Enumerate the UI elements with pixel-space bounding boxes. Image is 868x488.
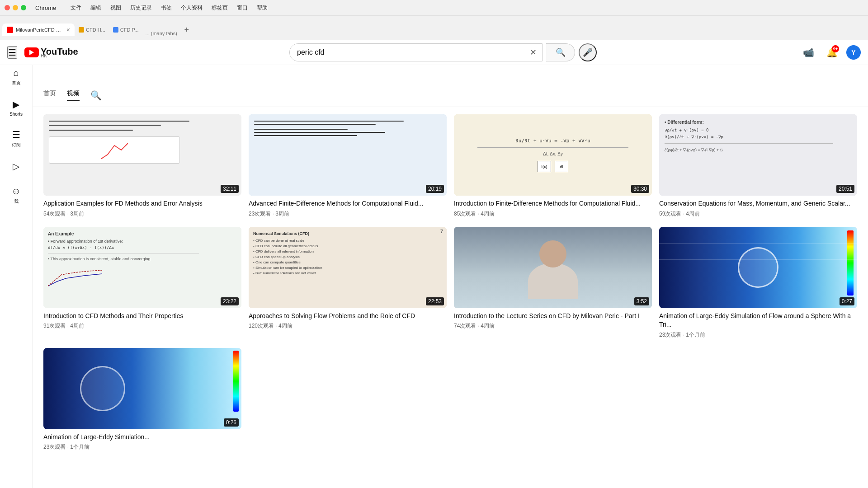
formula-line — [49, 130, 133, 131]
video-info-9: Animation of Large-Eddy Simulation... 23… — [43, 429, 241, 453]
channel-nav-videos[interactable]: 视频 — [67, 89, 80, 101]
empty-card-1 — [249, 348, 447, 453]
video-grid-row2: An Example • Forward approximation of 1s… — [33, 227, 868, 348]
thumbnail-3: ∂u/∂t + u·∇u = -∇p + ν∇²u Δt, Δx, Δy f(x… — [454, 114, 652, 196]
person-head — [539, 240, 566, 267]
channel-search-icon[interactable]: 🔍 — [90, 90, 102, 101]
menu-profiles[interactable]: 个人资料 — [181, 4, 203, 12]
avatar[interactable]: Y — [846, 59, 861, 60]
bullet-1: • CFD can be done at real scale — [253, 239, 304, 243]
search-submit-button[interactable]: 🔍 — [546, 59, 575, 61]
minimize-traffic-light[interactable] — [13, 5, 18, 10]
video-info-6: Approaches to Solving Flow Problems and … — [249, 308, 447, 332]
empty-card-3 — [659, 348, 857, 453]
main-content: 首页 视频 🔍 ••• — [33, 84, 868, 488]
video-meta-1: 54次观看 · 3周前 — [43, 210, 241, 218]
divider — [48, 253, 199, 253]
card-formula: df/dx ≈ (f(x+Δx) - f(x))/Δx — [48, 245, 114, 250]
video-card-6[interactable]: Numerical Simulations (CFD) • CFD can be… — [249, 227, 447, 341]
video-meta-7: 74次观看 · 4周前 — [454, 322, 652, 330]
sidebar-item-shorts[interactable]: ▶ Shorts — [0, 94, 32, 122]
you-icon: ☺ — [11, 186, 20, 197]
menu-bookmarks[interactable]: 书签 — [161, 4, 172, 12]
video-meta-2: 23次观看 · 3周前 — [249, 210, 447, 218]
new-tab-button[interactable]: + — [180, 23, 193, 36]
channel-nav-home[interactable]: 首页 — [43, 89, 56, 101]
video-info-5: Introduction to CFD Methods and Their Pr… — [43, 308, 241, 332]
video-card-2[interactable]: 20:19 Advanced Finite-Difference Methods… — [249, 114, 447, 220]
video-card-5[interactable]: An Example • Forward approximation of 1s… — [43, 227, 241, 341]
browser-title: Chrome — [35, 5, 56, 11]
formula-line — [254, 132, 385, 133]
video-card-9[interactable]: 0:26 Animation of Large-Eddy Simulation.… — [43, 348, 241, 453]
search-clear-button[interactable]: ✕ — [524, 59, 542, 61]
tab-close[interactable]: × — [66, 26, 70, 33]
active-tab[interactable]: MilovanPericCFD - YouTube × — [2, 23, 75, 36]
sidebar-item-subscriptions[interactable]: ☰ 订阅 — [0, 124, 32, 154]
bullet-5: • One can compute quantities — [253, 260, 301, 264]
browser-chrome: Chrome 文件 编辑 视图 历史记录 书签 个人资料 标签页 窗口 帮助 M… — [0, 0, 868, 40]
thumbnail-2: 20:19 — [249, 114, 447, 196]
menu-help[interactable]: 帮助 — [257, 4, 268, 12]
person-body — [528, 263, 578, 299]
menu-window[interactable]: 窗口 — [237, 4, 248, 12]
section-label: • Differential form: — [665, 120, 704, 125]
video-info-3: Introduction to Finite-Difference Method… — [454, 196, 652, 220]
card-note: • This approximation is consistent, stab… — [48, 257, 151, 261]
inactive-tab-2[interactable]: CFD P... — [109, 23, 142, 36]
video-card-8[interactable]: 0:27 Animation of Large-Eddy Simulation … — [659, 227, 857, 341]
menu-file[interactable]: 文件 — [71, 4, 81, 12]
sidebar-item-home[interactable]: ⌂ 首页 — [0, 62, 32, 92]
thumbnail-7: 3:52 — [454, 227, 652, 308]
maximize-traffic-light[interactable] — [21, 5, 26, 10]
video-card-3[interactable]: ∂u/∂t + u·∇u = -∇p + ν∇²u Δt, Δx, Δy f(x… — [454, 114, 652, 220]
video-card-7[interactable]: 3:52 Introduction to the Lecture Series … — [454, 227, 652, 341]
inactive-tab-1[interactable]: CFD H... — [75, 23, 109, 36]
create-video-button[interactable]: 📹 — [799, 59, 817, 61]
menu-history[interactable]: 历史记录 — [130, 4, 152, 12]
bullet-7: • But: numerical solutions are not exact — [253, 271, 316, 275]
sidebar: ⌂ 首页 ▶ Shorts ☰ 订阅 ▷ ☺ 我 — [0, 59, 33, 488]
wave-1 — [659, 243, 857, 244]
video-info-2: Advanced Finite-Difference Methods for C… — [249, 196, 447, 220]
formula-sub: Δt, Δx, Δy — [543, 151, 563, 156]
video-meta-3: 85次观看 · 4周前 — [454, 210, 652, 218]
tab-bar: MilovanPericCFD - YouTube × CFD H... CFD… — [0, 16, 868, 36]
thumbnail-6: Numerical Simulations (CFD) • CFD can be… — [249, 227, 447, 308]
video-card-4[interactable]: • Differential form: ∂ρ/∂t + ∇·(ρv) = 0 … — [659, 114, 857, 220]
notifications-button[interactable]: 🔔 9+ — [823, 59, 841, 61]
menu-edit[interactable]: 编辑 — [90, 4, 101, 12]
empty-card-2 — [454, 348, 652, 453]
thumbnail-9: 0:26 — [43, 348, 241, 429]
video-title-2: Advanced Finite-Difference Methods for C… — [249, 199, 447, 208]
sidebar-item-library[interactable]: ▷ — [0, 155, 32, 179]
bullet-6: • Simulation can be coupled to optimizat… — [253, 266, 322, 270]
video-title-9: Animation of Large-Eddy Simulation... — [43, 433, 241, 442]
colorbar — [847, 230, 854, 296]
search-input[interactable] — [290, 59, 524, 61]
video-title-6: Approaches to Solving Flow Problems and … — [249, 312, 447, 321]
duration-9: 0:26 — [224, 418, 239, 427]
more-tabs: ... (many tabs) — [143, 31, 180, 36]
duration-4: 20:51 — [836, 185, 854, 193]
slide-num: 7 — [440, 229, 443, 234]
formula-line — [254, 135, 357, 136]
voice-search-button[interactable]: 🎤 — [579, 59, 597, 61]
tab-favicon-2 — [79, 27, 84, 33]
sidebar-item-you[interactable]: ☺ 我 — [0, 181, 32, 210]
bullet-4: • CFD can speed up analysis — [253, 255, 300, 259]
close-traffic-light[interactable] — [5, 5, 10, 10]
menu-view[interactable]: 视图 — [110, 4, 121, 12]
subscriptions-icon: ☰ — [12, 129, 20, 140]
thumbnail-1: ••• 32:11 — [43, 114, 241, 196]
formula-1: ∂ρ/∂t + ∇·(ρv) = 0 — [665, 128, 709, 132]
formula-2: ∂(ρv)/∂t + ∇·(ρvv) = -∇p — [665, 135, 723, 139]
card-title: An Example — [48, 231, 74, 236]
cfd-circle-2 — [80, 366, 125, 411]
tab-favicon-3 — [113, 27, 118, 33]
formula-line — [49, 125, 161, 126]
video-meta-9: 23次观看 · 1个月前 — [43, 443, 241, 451]
video-card-1[interactable]: ••• 32:11 Application Examples for FD Me… — [43, 114, 241, 220]
menu-tabs[interactable]: 标签页 — [212, 4, 228, 12]
video-title-5: Introduction to CFD Methods and Their Pr… — [43, 312, 241, 321]
